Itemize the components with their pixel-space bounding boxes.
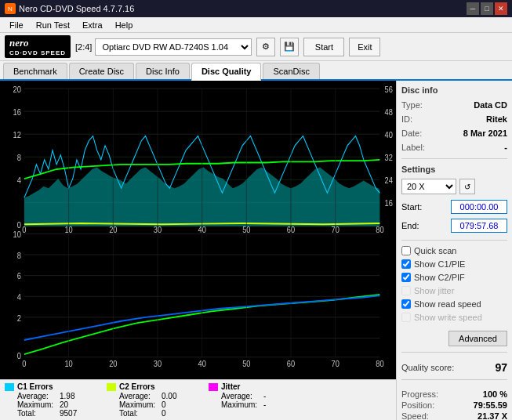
show-c1pie-label: Show C1/PIE — [414, 259, 465, 269]
show-write-speed-checkbox[interactable] — [401, 313, 411, 322]
svg-text:10: 10 — [13, 230, 21, 239]
disc-id-value: Ritek — [486, 114, 507, 124]
c1-total-label: Total: — [17, 409, 56, 418]
svg-text:0: 0 — [17, 352, 21, 361]
tab-scan-disc[interactable]: ScanDisc — [263, 63, 319, 79]
show-c2pif-checkbox[interactable] — [401, 273, 411, 282]
show-jitter-checkbox[interactable] — [401, 286, 411, 295]
c2-max-label: Maximum: — [119, 400, 158, 409]
svg-text:70: 70 — [332, 225, 340, 234]
position-value: 79:55.59 — [474, 400, 507, 410]
legend-bar: C1 Errors Average: 1.98 Maximum: 20 Tota… — [0, 379, 396, 420]
svg-text:60: 60 — [287, 359, 296, 368]
divider-4 — [401, 379, 507, 380]
c2-avg-value: 0.00 — [162, 392, 193, 400]
menu-help[interactable]: Help — [109, 19, 140, 31]
jitter-avg-label: Average: — [221, 392, 260, 400]
show-write-speed-row: Show write speed — [401, 313, 507, 322]
speed-combo[interactable]: 20 X — [401, 179, 456, 194]
jitter-max-value: - — [263, 400, 295, 409]
close-button[interactable]: ✕ — [495, 2, 507, 15]
svg-text:40: 40 — [198, 225, 206, 234]
start-time-row: Start: — [401, 200, 507, 214]
start-button[interactable]: Start — [303, 38, 344, 56]
save-button[interactable]: 💾 — [280, 38, 299, 56]
svg-text:50: 50 — [242, 359, 251, 368]
maximize-button[interactable]: □ — [481, 2, 493, 15]
tab-bar: Benchmark Create Disc Disc Info Disc Qua… — [0, 61, 512, 81]
divider-3 — [401, 352, 507, 353]
c1-max-label: Maximum: — [17, 400, 56, 409]
svg-text:10: 10 — [64, 359, 73, 368]
svg-text:80: 80 — [376, 225, 384, 234]
tab-disc-quality[interactable]: Disc Quality — [191, 63, 262, 81]
advanced-button[interactable]: Advanced — [448, 331, 507, 346]
speed-label-progress: Speed: — [401, 411, 429, 420]
show-c1-pie-row: Show C1/PIE — [401, 259, 507, 269]
quick-scan-checkbox[interactable] — [401, 246, 411, 255]
chart-area: 20 16 12 8 4 0 56 48 40 32 24 16 0 10 — [0, 81, 396, 379]
start-time-input[interactable] — [451, 200, 507, 214]
svg-text:20: 20 — [109, 359, 118, 368]
c1-total-value: 9507 — [60, 409, 91, 418]
svg-text:70: 70 — [332, 359, 340, 368]
disc-id-row: ID: Ritek — [401, 114, 507, 125]
svg-text:10: 10 — [64, 225, 73, 234]
quick-scan-row: Quick scan — [401, 246, 507, 255]
tab-create-disc[interactable]: Create Disc — [69, 63, 134, 79]
svg-text:40: 40 — [198, 359, 206, 368]
options-button[interactable]: ⚙ — [256, 38, 275, 56]
speed-value-progress: 21.37 X — [478, 411, 507, 420]
disc-type-value: Data CD — [474, 100, 507, 110]
drive-label: [2:4] — [75, 42, 92, 52]
progress-value: 100 % — [483, 389, 507, 399]
show-jitter-row: Show jitter — [401, 286, 507, 295]
quick-scan-label: Quick scan — [414, 246, 456, 255]
end-time-input[interactable] — [451, 219, 507, 233]
tab-disc-info[interactable]: Disc Info — [136, 63, 190, 79]
show-c1pie-checkbox[interactable] — [401, 259, 411, 269]
window-controls: ─ □ ✕ — [467, 2, 507, 15]
quality-score-value: 97 — [495, 361, 507, 374]
drive-combo[interactable]: Optiarc DVD RW AD-7240S 1.04 — [95, 38, 252, 56]
c2-legend: C2 Errors Average: 0.00 Maximum: 0 Total… — [107, 382, 193, 418]
jitter-legend: Jitter Average: - Maximum: - — [209, 382, 295, 418]
c2-avg-label: Average: — [119, 392, 158, 400]
end-label: End: — [401, 221, 419, 230]
svg-text:48: 48 — [385, 107, 394, 117]
drive-selector: [2:4] Optiarc DVD RW AD-7240S 1.04 — [75, 38, 252, 56]
show-read-speed-row: Show read speed — [401, 299, 507, 309]
c2-total-label: Total: — [119, 409, 158, 418]
right-panel: Disc info Type: Data CD ID: Ritek Date: … — [396, 81, 512, 420]
c1-max-value: 20 — [60, 400, 91, 409]
svg-text:40: 40 — [385, 130, 394, 139]
c1-legend: C1 Errors Average: 1.98 Maximum: 20 Tota… — [5, 382, 91, 418]
tab-benchmark[interactable]: Benchmark — [3, 63, 67, 79]
svg-text:20: 20 — [13, 85, 21, 94]
progress-section: Progress: 100 % Position: 79:55.59 Speed… — [401, 389, 507, 420]
settings-refresh-button[interactable]: ↺ — [459, 179, 475, 194]
svg-text:8: 8 — [17, 251, 21, 260]
svg-text:32: 32 — [385, 153, 394, 162]
position-label: Position: — [401, 400, 434, 410]
svg-text:50: 50 — [242, 225, 251, 234]
svg-text:0: 0 — [22, 359, 26, 368]
start-label: Start: — [401, 202, 422, 212]
c1-avg-label: Average: — [17, 392, 56, 400]
svg-text:30: 30 — [154, 359, 162, 368]
show-read-speed-checkbox[interactable] — [401, 299, 411, 309]
show-write-speed-label: Show write speed — [414, 313, 482, 322]
minimize-button[interactable]: ─ — [467, 2, 479, 15]
c2-total-value: 0 — [162, 409, 193, 418]
svg-text:0: 0 — [22, 225, 26, 234]
menu-run-test[interactable]: Run Test — [30, 19, 76, 31]
show-c2pif-label: Show C2/PIF — [414, 273, 465, 282]
menu-extra[interactable]: Extra — [76, 19, 109, 31]
divider-2 — [401, 240, 507, 241]
svg-text:56: 56 — [385, 85, 394, 94]
c1-color-indicator — [5, 383, 14, 391]
c2-max-value: 0 — [162, 400, 193, 409]
exit-button[interactable]: Exit — [349, 38, 380, 56]
disc-id-label: ID: — [401, 114, 412, 124]
menu-file[interactable]: File — [3, 19, 30, 31]
